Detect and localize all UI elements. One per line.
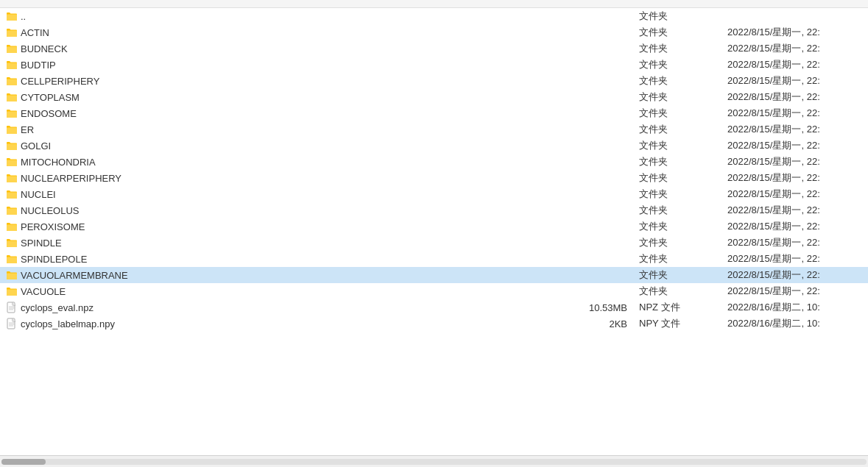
folder-name-cell: PEROXISOME	[0, 219, 560, 235]
file-row[interactable]: cyclops_eval.npz10.53MBNPZ 文件2022/8/16/星…	[0, 299, 868, 316]
scrollbar-track[interactable]	[1, 459, 867, 465]
folder-row[interactable]: ENDOSOME文件夹2022/8/15/星期一, 22:	[0, 105, 868, 121]
folder-icon	[6, 108, 18, 118]
folder-icon	[6, 270, 18, 280]
col-size-header[interactable]	[560, 1, 633, 6]
modified-cell: 2022/8/15/星期一, 22:	[721, 250, 868, 268]
folder-name-cell: BUDNECK	[0, 41, 560, 57]
folder-name-cell: CYTOPLASM	[0, 90, 560, 105]
type-cell: 文件夹	[633, 282, 721, 300]
folder-name-cell: VACUOLARMEMBRANE	[0, 268, 560, 283]
size-cell: 2KB	[560, 316, 633, 332]
folder-name-cell: ENDOSOME	[0, 106, 560, 121]
folder-name-cell: ..	[0, 9, 560, 24]
type-cell: 文件夹	[633, 153, 721, 171]
type-cell: 文件夹	[633, 137, 721, 154]
modified-cell: 2022/8/15/星期一, 22:	[721, 137, 868, 154]
folder-name-cell: NUCLEARPERIPHERY	[0, 171, 560, 186]
folder-name: VACUOLE	[21, 286, 66, 297]
size-cell	[560, 208, 633, 213]
folder-name-cell: NUCLEOLUS	[0, 203, 560, 218]
size-cell	[560, 127, 633, 132]
folder-row[interactable]: ER文件夹2022/8/15/星期一, 22:	[0, 121, 868, 138]
modified-cell: 2022/8/15/星期一, 22:	[721, 266, 868, 284]
file-name: cyclops_eval.npz	[21, 302, 93, 313]
folder-name: CYTOPLASM	[21, 92, 80, 103]
folder-name-cell: BUDTIP	[0, 57, 560, 73]
folder-icon	[6, 286, 18, 296]
column-headers	[0, 0, 868, 8]
folder-row[interactable]: BUDNECK文件夹2022/8/15/星期一, 22:	[0, 40, 868, 57]
file-name-cell: cyclops_labelmap.npy	[0, 316, 560, 332]
file-icon	[6, 302, 18, 313]
folder-icon	[6, 11, 18, 21]
file-row[interactable]: cyclops_labelmap.npy2KBNPY 文件2022/8/16/星…	[0, 316, 868, 332]
folder-row[interactable]: ACTIN文件夹2022/8/15/星期一, 22:	[0, 24, 868, 40]
modified-cell: 2022/8/15/星期一, 22:	[721, 121, 868, 138]
folder-row[interactable]: PEROXISOME文件夹2022/8/15/星期一, 22:	[0, 218, 868, 235]
modified-cell: 2022/8/15/星期一, 22:	[721, 56, 868, 74]
modified-cell: 2022/8/15/星期一, 22:	[721, 185, 868, 203]
modified-cell: 2022/8/16/星期二, 10:	[721, 299, 868, 316]
folder-row[interactable]: MITOCHONDRIA文件夹2022/8/15/星期一, 22:	[0, 154, 868, 170]
file-list[interactable]: ..文件夹 ACTIN文件夹2022/8/15/星期一, 22: BUDNECK…	[0, 8, 868, 455]
folder-icon	[6, 157, 18, 167]
size-cell	[560, 176, 633, 180]
folder-row[interactable]: GOLGI文件夹2022/8/15/星期一, 22:	[0, 138, 868, 154]
folder-row[interactable]: CYTOPLASM文件夹2022/8/15/星期一, 22:	[0, 89, 868, 105]
folder-name: BUDNECK	[21, 43, 68, 54]
scrollbar-thumb[interactable]	[1, 459, 46, 465]
folder-name-cell: CELLPERIPHERY	[0, 74, 560, 89]
folder-name: MITOCHONDRIA	[21, 157, 96, 168]
file-name-cell: cyclops_eval.npz	[0, 299, 560, 316]
type-cell: NPY 文件	[633, 315, 721, 332]
folder-name: ER	[21, 124, 34, 135]
size-cell	[560, 224, 633, 229]
folder-name-cell: VACUOLE	[0, 284, 560, 299]
modified-cell: 2022/8/15/星期一, 22:	[721, 88, 868, 106]
folder-row[interactable]: NUCLEI文件夹2022/8/15/星期一, 22:	[0, 186, 868, 202]
folder-name: NUCLEI	[21, 189, 56, 200]
size-cell	[560, 79, 633, 83]
type-cell: 文件夹	[633, 185, 721, 203]
modified-cell: 2022/8/15/星期一, 22:	[721, 40, 868, 57]
type-cell: 文件夹	[633, 266, 721, 284]
size-cell	[560, 240, 633, 245]
folder-name: GOLGI	[21, 140, 51, 151]
folder-icon	[6, 189, 18, 199]
type-cell: 文件夹	[633, 234, 721, 252]
folder-row[interactable]: SPINDLEPOLE文件夹2022/8/15/星期一, 22:	[0, 251, 868, 267]
folder-row[interactable]: SPINDLE文件夹2022/8/15/星期一, 22:	[0, 235, 868, 251]
size-cell	[560, 46, 633, 51]
folder-row[interactable]: NUCLEOLUS文件夹2022/8/15/星期一, 22:	[0, 202, 868, 218]
col-name-header[interactable]	[0, 1, 560, 6]
type-cell: 文件夹	[633, 24, 721, 41]
folder-name: PEROXISOME	[21, 221, 85, 232]
type-cell: 文件夹	[633, 72, 721, 90]
folder-icon	[6, 173, 18, 183]
size-cell	[560, 143, 633, 148]
file-manager: ..文件夹 ACTIN文件夹2022/8/15/星期一, 22: BUDNECK…	[0, 0, 868, 467]
size-cell	[560, 257, 633, 261]
col-type-header[interactable]	[633, 1, 721, 6]
col-modified-header[interactable]	[721, 1, 868, 6]
folder-icon	[6, 238, 18, 248]
folder-name-cell: NUCLEI	[0, 187, 560, 202]
file-name: cyclops_labelmap.npy	[21, 318, 115, 329]
folder-icon	[6, 221, 18, 232]
folder-row[interactable]: NUCLEARPERIPHERY文件夹2022/8/15/星期一, 22:	[0, 170, 868, 186]
folder-icon	[6, 92, 18, 102]
size-cell	[560, 289, 633, 293]
folder-row[interactable]: VACUOLE文件夹2022/8/15/星期一, 22:	[0, 283, 868, 299]
folder-name: SPINDLEPOLE	[21, 254, 87, 265]
type-cell: 文件夹	[633, 104, 721, 122]
file-icon	[6, 318, 18, 329]
folder-icon	[6, 140, 18, 151]
size-cell	[560, 192, 633, 196]
folder-row[interactable]: BUDTIP文件夹2022/8/15/星期一, 22:	[0, 57, 868, 73]
folder-row[interactable]: ..文件夹	[0, 8, 868, 24]
type-cell: 文件夹	[633, 40, 721, 57]
folder-row[interactable]: VACUOLARMEMBRANE文件夹2022/8/15/星期一, 22:	[0, 267, 868, 283]
folder-row[interactable]: CELLPERIPHERY文件夹2022/8/15/星期一, 22:	[0, 73, 868, 89]
horizontal-scrollbar[interactable]	[0, 455, 868, 467]
